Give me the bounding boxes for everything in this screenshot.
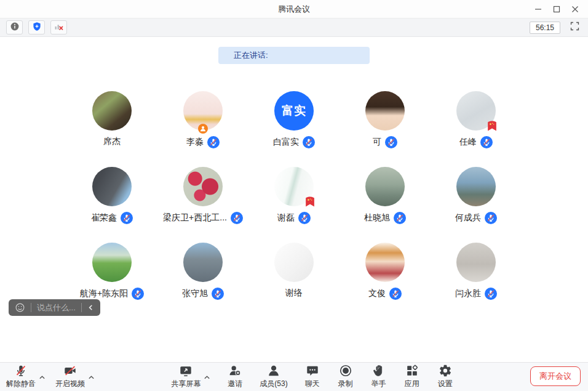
participant-name: 李淼 xyxy=(186,137,204,148)
title-bar: 腾讯会议 xyxy=(0,0,588,18)
meeting-info-button[interactable] xyxy=(6,20,23,34)
record-icon xyxy=(337,363,354,378)
participant-name: 杜晓旭 xyxy=(364,212,390,224)
minimize-button[interactable] xyxy=(529,2,547,17)
collapse-chat-icon[interactable] xyxy=(87,304,94,311)
toolbar-item-share-screen[interactable]: 共享屏幕 xyxy=(171,363,210,389)
avatar xyxy=(274,167,314,206)
toolbar-item-record[interactable]: 录制 xyxy=(337,363,354,389)
avatar-text: 富实 xyxy=(282,103,306,119)
participant-name: 何成兵 xyxy=(455,212,481,224)
leave-meeting-button[interactable]: 离开会议 xyxy=(530,366,581,386)
participant-name-row: 谢磊 xyxy=(277,212,311,224)
participant-tile[interactable]: 闫永胜 xyxy=(431,243,522,318)
toolbar-item-settings[interactable]: 设置 xyxy=(437,363,454,389)
bottom-toolbar: 解除静音 开启视频 共享屏幕 邀请 成员( xyxy=(0,362,588,391)
raise-hand-icon xyxy=(370,363,387,378)
participant-tile[interactable]: 杜晓旭 xyxy=(340,167,431,243)
participant-name: 文俊 xyxy=(368,288,386,299)
participant-name-row: 梁庆卫+西北工... xyxy=(163,212,243,224)
participant-tile[interactable]: 李淼 xyxy=(157,91,248,167)
flag-badge-icon xyxy=(304,196,316,208)
participant-name-row: 张守旭 xyxy=(182,288,224,300)
mic-muted-icon xyxy=(121,212,133,224)
speaking-banner: 正在讲话: xyxy=(218,47,370,64)
info-icon xyxy=(10,22,20,34)
participant-name: 航海+陈东阳 xyxy=(80,288,128,299)
security-button[interactable] xyxy=(28,20,45,34)
emoji-icon[interactable] xyxy=(15,302,25,313)
participant-tile[interactable]: 梁庆卫+西北工... xyxy=(157,167,248,243)
participant-tile[interactable]: 张守旭 xyxy=(157,243,248,318)
participant-name: 闫永胜 xyxy=(455,288,481,299)
close-button[interactable] xyxy=(566,2,584,17)
participant-tile[interactable]: 席杰 xyxy=(66,91,157,167)
participant-name: 谢络 xyxy=(285,288,303,299)
mic-muted-icon xyxy=(485,288,497,300)
mic-muted-icon xyxy=(389,288,402,300)
window-controls xyxy=(529,0,584,18)
participant-name-row: 文俊 xyxy=(368,288,402,300)
mic-muted-icon xyxy=(298,212,311,224)
participant-name-row: 崔荣鑫 xyxy=(91,212,133,224)
mic-muted-icon xyxy=(394,212,406,224)
invite-icon xyxy=(226,363,244,378)
avatar xyxy=(183,167,223,206)
fullscreen-button[interactable] xyxy=(567,21,582,34)
participant-tile[interactable]: 任峰 xyxy=(431,91,522,167)
participant-name-row: 可 xyxy=(373,136,397,148)
toolbar-group-center: 共享屏幕 邀请 成员(53) 聊天 录制 xyxy=(95,363,530,389)
chat-input[interactable]: 说点什么... xyxy=(37,302,76,313)
toolbar-item-raise-hand[interactable]: 举手 xyxy=(370,363,387,389)
participant-name: 席杰 xyxy=(103,136,121,147)
participant-name: 张守旭 xyxy=(182,288,208,299)
avatar xyxy=(365,167,405,206)
avatar xyxy=(92,243,132,282)
chat-icon xyxy=(304,363,321,378)
avatar xyxy=(92,167,132,206)
toolbar-item-unmute-chevron[interactable] xyxy=(39,375,46,380)
flag-badge-icon xyxy=(486,120,498,132)
network-status-button[interactable] xyxy=(50,20,67,34)
avatar xyxy=(274,243,314,282)
toolbar-item-invite[interactable]: 邀请 xyxy=(226,363,244,389)
participant-grid: 席杰 李淼 富实 白富实 xyxy=(66,91,522,318)
participant-tile[interactable]: 可 xyxy=(340,91,431,167)
toolbar-item-apps[interactable]: 应用 xyxy=(403,363,421,389)
maximize-button[interactable] xyxy=(547,2,566,17)
participant-name-row: 何成兵 xyxy=(455,212,497,224)
avatar xyxy=(183,91,223,131)
toolbar-item-start-video-chevron[interactable] xyxy=(88,375,95,380)
avatar xyxy=(456,167,496,206)
participant-name-row: 任峰 xyxy=(459,136,493,148)
participant-tile[interactable]: 文俊 xyxy=(340,243,431,318)
toolbar-right-group: 56:15 xyxy=(530,21,582,34)
participant-name: 可 xyxy=(373,137,381,148)
participant-tile[interactable]: 谢磊 xyxy=(248,167,340,243)
avatar: 富实 xyxy=(274,91,314,131)
mic-muted-icon xyxy=(207,136,220,148)
members-icon xyxy=(265,363,282,378)
participant-tile[interactable]: 何成兵 xyxy=(431,167,522,243)
participant-name-row: 席杰 xyxy=(103,136,121,147)
share-screen-icon xyxy=(177,363,194,378)
toolbar-item-chat[interactable]: 聊天 xyxy=(304,363,321,389)
mic-off-icon xyxy=(12,363,30,378)
toolbar-item-start-video[interactable]: 开启视频 xyxy=(55,363,95,389)
toolbar-item-share-screen-chevron[interactable] xyxy=(204,375,210,380)
toolbar-item-unmute[interactable]: 解除静音 xyxy=(6,363,46,389)
window-title: 腾讯会议 xyxy=(278,4,310,15)
avatar xyxy=(365,243,405,282)
participant-name-row: 杜晓旭 xyxy=(364,212,406,224)
mic-muted-icon xyxy=(485,212,497,224)
avatar xyxy=(456,91,496,131)
pill-divider xyxy=(81,303,82,312)
mic-muted-icon xyxy=(385,136,397,148)
mic-muted-icon xyxy=(480,136,493,148)
participant-tile[interactable]: 富实 白富实 xyxy=(248,91,340,167)
participant-tile[interactable]: 崔荣鑫 xyxy=(66,167,157,243)
fullscreen-icon xyxy=(570,21,580,34)
settings-icon xyxy=(437,363,454,378)
toolbar-item-members[interactable]: 成员(53) xyxy=(260,363,287,389)
participant-tile[interactable]: 谢络 xyxy=(248,243,340,318)
